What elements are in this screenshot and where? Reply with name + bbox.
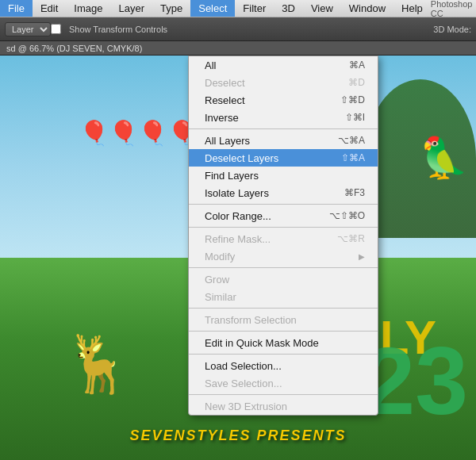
menubar: File Edit Image Layer Type Select Filter… bbox=[0, 0, 476, 17]
parrot: 🦜 bbox=[419, 135, 468, 181]
menu-item-load-selection[interactable]: Load Selection... bbox=[189, 357, 378, 374]
deer: 🦌 bbox=[63, 332, 132, 397]
layer-select[interactable]: Layer bbox=[5, 22, 51, 36]
menu-item-find-layers[interactable]: Find Layers bbox=[189, 167, 378, 184]
menu-window[interactable]: Window bbox=[341, 0, 393, 17]
menu-item-inverse[interactable]: Inverse ⇧⌘I bbox=[189, 109, 378, 126]
menu-item-save-selection[interactable]: Save Selection... bbox=[189, 374, 378, 392]
menu-item-grow[interactable]: Grow bbox=[189, 270, 378, 288]
menu-item-refine-mask[interactable]: Refine Mask... ⌥⌘R bbox=[189, 230, 378, 247]
sep6 bbox=[189, 331, 378, 332]
menu-image[interactable]: Image bbox=[66, 0, 110, 17]
menu-layer[interactable]: Layer bbox=[111, 0, 153, 17]
sep2 bbox=[189, 204, 378, 205]
canvas-area: 🎈🎈🎈🎈🎈 🦌 🦜 LY 23 SEVENSTYLES PRESENTS All… bbox=[0, 56, 476, 460]
menu-item-deselect-layers[interactable]: Deselect Layers ⇧⌘A bbox=[189, 149, 378, 167]
select-menu: All ⌘A Deselect ⌘D Reselect ⇧⌘D Inverse … bbox=[188, 56, 378, 416]
menu-item-modify[interactable]: Modify ▶ bbox=[189, 247, 378, 265]
menu-item-transform-selection[interactable]: Transform Selection bbox=[189, 311, 378, 328]
menu-type[interactable]: Type bbox=[152, 0, 190, 17]
doc-title: sd @ 66.7% (DJ SEVEN, CMYK/8) bbox=[6, 44, 142, 53]
sep5 bbox=[189, 308, 378, 309]
menu-item-quick-mask[interactable]: Edit in Quick Mask Mode bbox=[189, 334, 378, 351]
menu-item-all[interactable]: All ⌘A bbox=[189, 56, 378, 74]
menu-3d[interactable]: 3D bbox=[274, 0, 303, 17]
sep3 bbox=[189, 227, 378, 228]
doc-titlebar: sd @ 66.7% (DJ SEVEN, CMYK/8) bbox=[0, 41, 476, 56]
menu-file[interactable]: File bbox=[0, 0, 33, 17]
sep4 bbox=[189, 267, 378, 268]
show-transform-checkbox[interactable] bbox=[51, 24, 61, 34]
menu-view[interactable]: View bbox=[303, 0, 341, 17]
menu-item-color-range[interactable]: Color Range... ⌥⇧⌘O bbox=[189, 207, 378, 224]
sep7 bbox=[189, 354, 378, 355]
app-title: Photoshop CC bbox=[431, 0, 473, 18]
toolbar: Layer Show Transform Controls 3D Mode: bbox=[0, 17, 476, 41]
menu-item-similar[interactable]: Similar bbox=[189, 288, 378, 305]
menu-item-new-3d[interactable]: New 3D Extrusion bbox=[189, 397, 378, 415]
menu-filter[interactable]: Filter bbox=[235, 0, 274, 17]
scene-bottom-text: SEVENSTYLES PRESENTS bbox=[0, 427, 476, 444]
menu-edit[interactable]: Edit bbox=[33, 0, 66, 17]
sep1 bbox=[189, 128, 378, 129]
mode-label: 3D Mode: bbox=[433, 25, 471, 34]
menu-help[interactable]: Help bbox=[393, 0, 431, 17]
show-transform-label: Show Transform Controls bbox=[69, 25, 167, 34]
menu-select[interactable]: Select bbox=[190, 0, 235, 17]
menu-item-isolate-layers[interactable]: Isolate Layers ⌘F3 bbox=[189, 184, 378, 201]
menu-item-reselect[interactable]: Reselect ⇧⌘D bbox=[189, 91, 378, 109]
menu-item-deselect[interactable]: Deselect ⌘D bbox=[189, 74, 378, 91]
menu-item-all-layers[interactable]: All Layers ⌥⌘A bbox=[189, 132, 378, 149]
sep8 bbox=[189, 394, 378, 395]
